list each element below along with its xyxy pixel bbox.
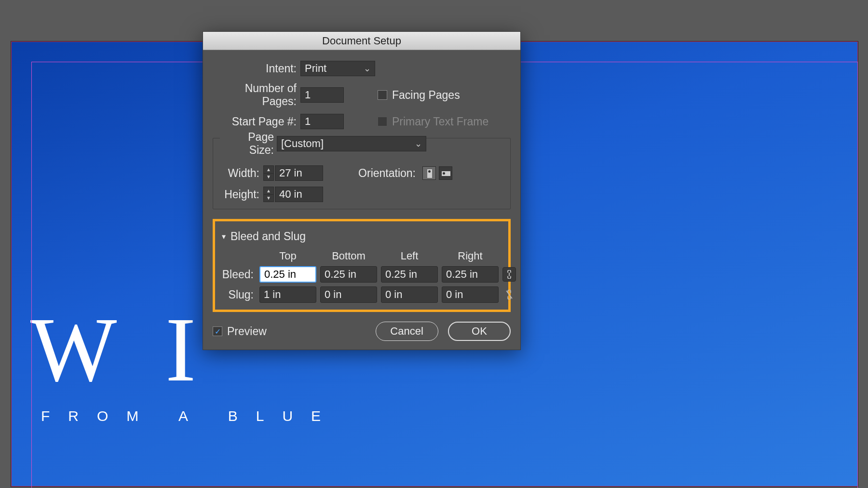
ok-button[interactable]: OK	[448, 322, 511, 341]
chevron-down-icon: ⌄	[415, 138, 422, 149]
document-setup-dialog: Document Setup Intent: Print ⌄ Number of…	[203, 31, 521, 350]
num-pages-label: Number of Pages:	[213, 82, 300, 108]
cancel-button[interactable]: Cancel	[376, 322, 438, 341]
width-label: Width:	[220, 167, 263, 180]
chevron-down-icon: ▾	[222, 232, 226, 241]
height-input[interactable]: 40 in	[275, 187, 323, 202]
primary-text-frame-label: Primary Text Frame	[392, 115, 488, 128]
page-size-select[interactable]: [Custom] ⌄	[277, 136, 426, 151]
slug-right-input[interactable]: 0 in	[442, 286, 499, 303]
bleed-left-input[interactable]: 0.25 in	[381, 266, 438, 283]
orientation-landscape-button[interactable]	[439, 166, 452, 180]
bleed-right-input[interactable]: 0.25 in	[442, 266, 499, 283]
dialog-title: Document Setup	[203, 32, 520, 50]
intent-select[interactable]: Print ⌄	[300, 61, 375, 76]
checkbox-unchecked-icon	[378, 90, 387, 100]
facing-pages-checkbox[interactable]: Facing Pages	[378, 89, 460, 102]
facing-pages-label: Facing Pages	[392, 89, 460, 102]
preview-label: Preview	[227, 325, 267, 338]
intent-value: Print	[305, 62, 326, 75]
bleed-slug-disclosure[interactable]: ▾ Bleed and Slug	[222, 230, 306, 243]
slug-bottom-input[interactable]: 0 in	[320, 286, 377, 303]
width-stepper[interactable]: ▲▼	[263, 165, 274, 181]
slug-unlink-icon[interactable]	[502, 287, 516, 302]
orientation-label: Orientation:	[357, 167, 420, 180]
preview-checkbox[interactable]: ✓ Preview	[213, 325, 267, 338]
primary-text-frame-checkbox: Primary Text Frame	[378, 115, 488, 128]
height-label: Height:	[220, 188, 263, 201]
bleed-top-input[interactable]: 0.25 in	[259, 266, 316, 283]
col-bottom: Bottom	[320, 250, 377, 262]
bleed-slug-section: ▾ Bleed and Slug Top Bottom Left Right B…	[213, 219, 511, 312]
orientation-portrait-button[interactable]	[422, 166, 436, 180]
bleed-slug-heading: Bleed and Slug	[231, 230, 306, 243]
bleed-link-icon[interactable]	[502, 267, 516, 282]
intent-label: Intent:	[213, 62, 300, 75]
start-page-label: Start Page #:	[213, 115, 300, 128]
bleed-row-label: Bleed:	[222, 268, 256, 281]
height-stepper[interactable]: ▲▼	[263, 187, 274, 202]
col-top: Top	[259, 250, 316, 262]
poster-letter-i: I	[165, 297, 205, 402]
start-page-input[interactable]: 1	[300, 114, 344, 129]
poster-letter-w: W	[30, 297, 126, 402]
col-right: Right	[442, 250, 499, 262]
page-size-label: Page Size:	[220, 131, 277, 157]
slug-top-input[interactable]: 1 in	[259, 286, 316, 303]
chevron-down-icon: ⌄	[364, 63, 371, 74]
page-size-value: [Custom]	[281, 137, 324, 150]
slug-row-label: Slug:	[222, 288, 256, 301]
slug-left-input[interactable]: 0 in	[381, 286, 438, 303]
width-input[interactable]: 27 in	[275, 165, 323, 181]
num-pages-input[interactable]: 1	[300, 87, 344, 103]
col-left: Left	[381, 250, 438, 262]
page-size-group: Page Size: [Custom] ⌄ Width: ▲▼ 27 in Or…	[213, 138, 511, 209]
poster-subline: FROM A BLUE	[41, 408, 339, 424]
bleed-bottom-input[interactable]: 0.25 in	[320, 266, 377, 283]
checkbox-checked-icon: ✓	[213, 326, 222, 336]
checkbox-disabled-icon	[378, 117, 387, 126]
